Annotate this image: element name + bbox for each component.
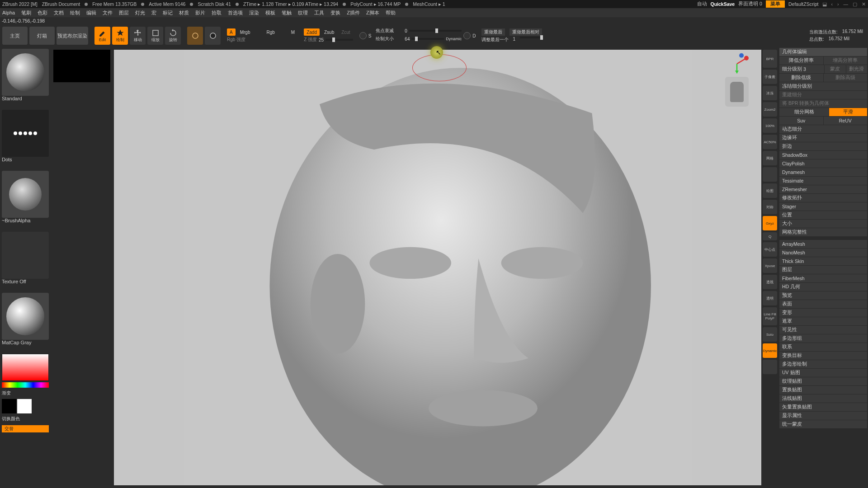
visibility-row[interactable]: 可见性 <box>779 326 867 334</box>
dynamic-button[interactable]: Dynamic <box>763 343 777 358</box>
zsub-button[interactable]: Zsub <box>321 28 337 36</box>
color-picker[interactable] <box>2 354 49 381</box>
menu-macro[interactable]: 宏 <box>151 9 156 16</box>
tessimate-row[interactable]: Tessimate <box>779 177 867 185</box>
draw-size-value[interactable]: 64 <box>405 37 410 42</box>
fibermesh-row[interactable]: FiberMesh <box>779 274 867 282</box>
primary-color-swatch[interactable] <box>17 399 32 413</box>
shadowbox-row[interactable]: ShadowBox <box>779 151 867 159</box>
smooth-toggle[interactable]: 平滑 <box>829 108 867 116</box>
gradient-label[interactable]: 渐变 <box>2 390 49 396</box>
viewport[interactable]: ↖ <box>114 50 761 485</box>
menu-edit[interactable]: 编辑 <box>86 9 96 16</box>
switch-color-label[interactable]: 切换颜色 <box>2 416 49 422</box>
divide-button[interactable]: 细分网格 <box>779 108 829 116</box>
uvmap-row[interactable]: UV 贴图 <box>779 369 867 377</box>
q-button[interactable]: Q <box>763 232 777 240</box>
center-button[interactable]: 中心点 <box>763 242 777 257</box>
zcut-button[interactable]: Zcut <box>339 28 353 36</box>
menu-toggle-button[interactable]: 菜单 <box>766 0 785 8</box>
menu-stencil[interactable]: 模板 <box>265 9 275 16</box>
menu-help[interactable]: 帮助 <box>386 9 396 16</box>
redo-last-button[interactable]: 重做最后 <box>481 28 505 36</box>
stager-row[interactable]: Stager <box>779 202 867 211</box>
rgb-button[interactable]: Rgb <box>264 28 277 36</box>
persp-button[interactable]: 绘图 <box>763 183 777 198</box>
dynamic-label[interactable]: Dynamic <box>446 37 462 41</box>
live-boolean-button[interactable]: 预览布尔渲染 <box>57 27 88 45</box>
alpha-selector[interactable] <box>2 171 49 218</box>
polyframe-button[interactable]: Line Fill PolyF <box>763 307 777 325</box>
menu-file[interactable]: 文件 <box>103 9 113 16</box>
move-mode-button[interactable]: 移动 <box>130 27 146 45</box>
gizmo-button[interactable] <box>187 27 203 45</box>
m-button[interactable]: M <box>288 28 297 36</box>
a-mode-button[interactable]: A <box>227 28 236 36</box>
menu-color[interactable]: 色彩 <box>38 9 47 16</box>
morph-target-row[interactable]: 变换目标 <box>779 352 867 360</box>
texturemap-row[interactable]: 纹理贴图 <box>779 377 867 385</box>
adjust-last-value[interactable]: 1 <box>513 37 516 43</box>
home-button[interactable]: 主页 <box>2 27 28 45</box>
geometry-header[interactable]: 几何体编辑 <box>779 48 867 56</box>
lightbox-button[interactable]: 灯箱 <box>29 27 55 45</box>
symmetry-xyz-button[interactable]: Gxyz <box>763 216 777 230</box>
extra-button[interactable] <box>763 360 777 374</box>
axis-widget-icon[interactable] <box>723 52 750 75</box>
reconstruct-button[interactable]: 重建细分 <box>779 91 867 99</box>
menu-light[interactable]: 灯光 <box>135 9 145 16</box>
surface-row[interactable]: 表面 <box>779 300 867 308</box>
xpose-button[interactable]: Xpose <box>763 258 777 273</box>
menu-tool[interactable]: 工具 <box>314 9 324 16</box>
rotate-mode-button[interactable]: 旋转 <box>165 27 181 45</box>
adjust-last-slider[interactable] <box>520 37 542 38</box>
del-lower-button[interactable]: 删除低级 <box>779 74 823 82</box>
navigation-gizmo[interactable] <box>715 52 759 107</box>
close-icon[interactable]: ✕ <box>862 1 866 7</box>
menu-transform[interactable]: 变换 <box>330 9 340 16</box>
subpixel-button[interactable]: 子像素 <box>763 70 777 84</box>
mrgb-button[interactable]: Mrgb <box>237 28 253 36</box>
menu-zscript[interactable]: Z脚本 <box>366 9 379 16</box>
solo-button[interactable]: Solo <box>763 327 777 342</box>
stroke-selector[interactable] <box>2 110 49 157</box>
size-row[interactable]: 大小 <box>779 220 867 228</box>
reuv-toggle[interactable]: ReUV <box>824 117 868 125</box>
actual-size-button[interactable]: 100% <box>763 118 777 133</box>
menu-document[interactable]: 文档 <box>54 9 64 16</box>
menu-render[interactable]: 渲染 <box>249 9 259 16</box>
focal-shift-value[interactable]: 0 <box>405 28 407 33</box>
dynamic-subdiv-row[interactable]: 动态细分 <box>779 125 867 133</box>
suv-toggle[interactable]: Suv <box>779 117 823 125</box>
sculptris-button[interactable] <box>205 27 221 45</box>
chevron-right-icon[interactable]: › <box>837 1 839 7</box>
restore-down-icon[interactable]: ⬓ <box>822 1 827 7</box>
edgeloop-row[interactable]: 边缘环 <box>779 134 867 142</box>
local-button[interactable]: 对称 <box>763 200 777 214</box>
ui-transparency[interactable]: 界面透明 0 <box>738 1 762 7</box>
transparent-button[interactable]: 透明 <box>763 291 777 305</box>
del-higher-button[interactable]: 删除高级 <box>824 74 868 82</box>
menu-stroke[interactable]: 笔触 <box>282 9 292 16</box>
quicksave-button[interactable]: QuickSave <box>711 1 735 7</box>
hue-slider[interactable] <box>2 382 49 388</box>
menu-movie[interactable]: 影片 <box>195 9 205 16</box>
zoom-button[interactable]: Zoom2 <box>763 102 777 117</box>
camera-thumbnail[interactable] <box>725 77 749 107</box>
draw-mode-button[interactable]: 绘制 <box>112 27 128 45</box>
preview-row[interactable]: 预览 <box>779 291 867 300</box>
lower-res-button[interactable]: 降低分辨率 <box>779 56 823 65</box>
normalmap-row[interactable]: 法线贴图 <box>779 394 867 403</box>
focal-shift-slider[interactable] <box>409 30 462 32</box>
menu-texture[interactable]: 纹理 <box>298 9 308 16</box>
arraymesh-row[interactable]: ArrayMesh <box>779 240 867 248</box>
half-size-button[interactable]: AC50% <box>763 135 777 149</box>
texture-selector[interactable] <box>2 232 49 279</box>
alternate-button[interactable]: 交替 <box>2 425 49 432</box>
menu-alpha[interactable]: Alpha <box>2 10 15 15</box>
menu-picker[interactable]: 拾取 <box>212 9 222 16</box>
del-smooth-button[interactable]: 删光滑 <box>846 65 868 73</box>
zremesher-row[interactable]: ZRemesher <box>779 185 867 193</box>
unified-skin-row[interactable]: 统一蒙皮 <box>779 420 867 428</box>
menu-zplugin[interactable]: Z插件 <box>347 9 360 16</box>
